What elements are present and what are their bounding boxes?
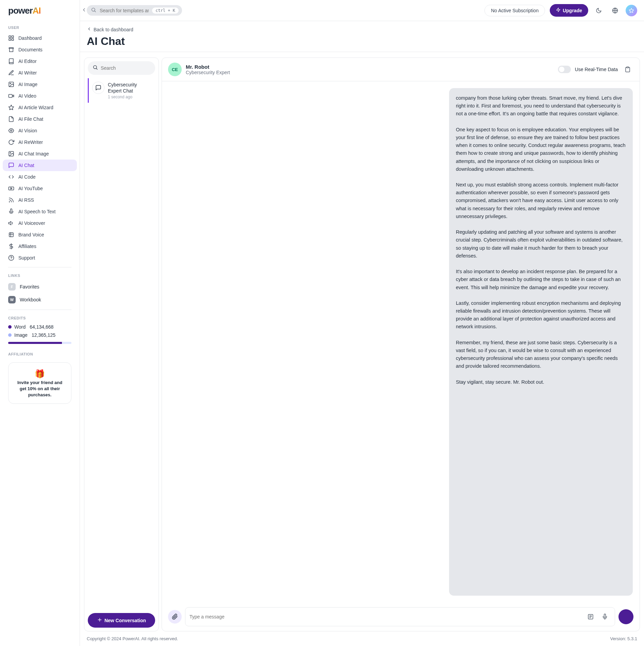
divider — [8, 267, 71, 267]
nav-label: AI ReWriter — [18, 139, 43, 145]
sidebar-item-ai-video[interactable]: AI Video — [3, 90, 77, 102]
section-affiliation: AFFILIATION — [3, 349, 77, 359]
sidebar-item-ai-editor[interactable]: AI Editor — [3, 55, 77, 67]
link-label: Favorites — [20, 284, 39, 289]
template-button[interactable] — [585, 611, 596, 623]
svg-rect-32 — [627, 67, 629, 68]
nav-label: AI File Chat — [18, 116, 43, 122]
svg-marker-15 — [9, 221, 11, 225]
svg-point-14 — [9, 202, 10, 202]
affiliation-text: Invite your friend and get 10% on all th… — [14, 380, 66, 398]
nav-icon — [8, 116, 14, 122]
nav-icon — [8, 243, 14, 249]
export-button[interactable] — [622, 64, 633, 75]
chat-list-item[interactable]: Cybersecurity Expert Chat1 second ago — [88, 78, 155, 103]
sidebar-item-ai-rss[interactable]: AI RSS — [3, 194, 77, 206]
message-input[interactable] — [189, 614, 582, 619]
logo[interactable]: powerAI — [3, 5, 77, 23]
affiliation-card[interactable]: 🎁 Invite your friend and get 10% on all … — [8, 362, 71, 404]
nav-label: AI Article Wizard — [18, 105, 53, 110]
chat-search-input[interactable] — [101, 65, 150, 71]
link-favorites[interactable]: FFavorites — [3, 280, 77, 293]
dark-mode-toggle[interactable] — [593, 5, 605, 16]
sidebar-item-ai-speech-to-text[interactable]: AI Speech to Text — [3, 206, 77, 217]
user-avatar[interactable] — [626, 5, 637, 16]
sidebar-item-ai-chat-image[interactable]: AI Chat Image — [3, 148, 77, 160]
sidebar-item-dashboard[interactable]: Dashboard — [3, 32, 77, 44]
persona-name: Mr. Robot — [186, 64, 230, 70]
assistant-message: company from those lurking cyber threats… — [449, 88, 633, 596]
nav-icon — [8, 151, 14, 157]
nav-icon — [8, 162, 14, 168]
svg-marker-13 — [11, 188, 12, 189]
nav-icon — [8, 47, 14, 53]
nav-label: AI RSS — [18, 197, 34, 203]
sidebar-item-ai-article-wizard[interactable]: AI Article Wizard — [3, 102, 77, 113]
footer-version: Version: 5.3.1 — [610, 636, 638, 641]
credits-label: Image — [14, 332, 28, 338]
link-label: Workbook — [20, 297, 41, 302]
nav-icon — [8, 220, 14, 226]
credits-label: Word — [14, 324, 26, 330]
chat-item-time: 1 second ago — [108, 95, 152, 99]
nav-label: AI Chat — [18, 163, 34, 168]
send-button[interactable] — [618, 609, 633, 624]
link-badge: W — [8, 296, 16, 303]
search-input[interactable] — [100, 8, 149, 13]
back-label: Back to dashboard — [94, 27, 133, 32]
nav-label: AI Speech to Text — [18, 209, 55, 214]
upgrade-button[interactable]: Upgrade — [550, 4, 588, 17]
new-conversation-button[interactable]: New Conversation — [88, 613, 155, 628]
attach-button[interactable] — [168, 610, 182, 624]
sidebar-item-ai-image[interactable]: AI Image — [3, 79, 77, 90]
nav-label: AI YouTube — [18, 186, 43, 191]
sidebar-item-support[interactable]: Support — [3, 252, 77, 264]
sidebar-item-ai-code[interactable]: AI Code — [3, 171, 77, 183]
nav-icon — [8, 139, 14, 145]
svg-point-11 — [10, 152, 11, 153]
sidebar-item-documents[interactable]: Documents — [3, 44, 77, 55]
nav-label: Dashboard — [18, 35, 42, 41]
credits-value: 64,134,668 — [30, 324, 53, 330]
nav-icon — [8, 174, 14, 180]
chat-icon — [92, 82, 104, 94]
topbar: ctrl + K No Active Subscription Upgrade — [80, 0, 644, 21]
realtime-toggle[interactable] — [558, 66, 571, 73]
upgrade-label: Upgrade — [563, 8, 582, 13]
credits-progress — [8, 342, 71, 344]
global-search[interactable]: ctrl + K — [87, 5, 182, 16]
chevron-left-icon — [87, 27, 92, 32]
sidebar: powerAI USER DashboardDocumentsAI Editor… — [0, 0, 80, 646]
svg-rect-0 — [9, 36, 11, 37]
credits-dot — [8, 325, 12, 329]
mic-button[interactable] — [599, 611, 611, 623]
shortcut-hint: ctrl + K — [152, 7, 179, 14]
chevron-left-icon[interactable] — [81, 7, 87, 14]
credits-dot — [8, 333, 12, 337]
search-icon — [93, 65, 98, 71]
svg-point-9 — [11, 130, 12, 132]
footer-copyright: Copyright © 2024 PowerAI. All rights res… — [87, 636, 178, 641]
sidebar-item-affiliates[interactable]: Affiliates — [3, 241, 77, 252]
nav-label: AI Image — [18, 82, 37, 87]
nav-icon — [8, 58, 14, 64]
nav-label: Affiliates — [18, 244, 36, 249]
nav-icon — [8, 93, 14, 99]
link-workbook[interactable]: WWorkbook — [3, 293, 77, 306]
svg-rect-1 — [12, 36, 14, 37]
svg-marker-27 — [629, 8, 633, 13]
nav-icon — [8, 255, 14, 261]
sidebar-item-ai-rewriter[interactable]: AI ReWriter — [3, 136, 77, 148]
sidebar-item-ai-youtube[interactable]: AI YouTube — [3, 183, 77, 194]
sidebar-item-ai-voiceover[interactable]: AI Voiceover — [3, 217, 77, 229]
back-to-dashboard[interactable]: Back to dashboard — [87, 27, 637, 32]
sidebar-item-brand-voice[interactable]: Brand Voice — [3, 229, 77, 241]
svg-rect-16 — [9, 233, 13, 237]
chat-search[interactable] — [88, 61, 155, 75]
sidebar-item-ai-chat[interactable]: AI Chat — [3, 160, 77, 171]
nav-label: AI Vision — [18, 128, 37, 133]
language-button[interactable] — [609, 5, 621, 16]
sidebar-item-ai-writer[interactable]: AI Writer — [3, 67, 77, 79]
sidebar-item-ai-file-chat[interactable]: AI File Chat — [3, 113, 77, 125]
sidebar-item-ai-vision[interactable]: AI Vision — [3, 125, 77, 136]
